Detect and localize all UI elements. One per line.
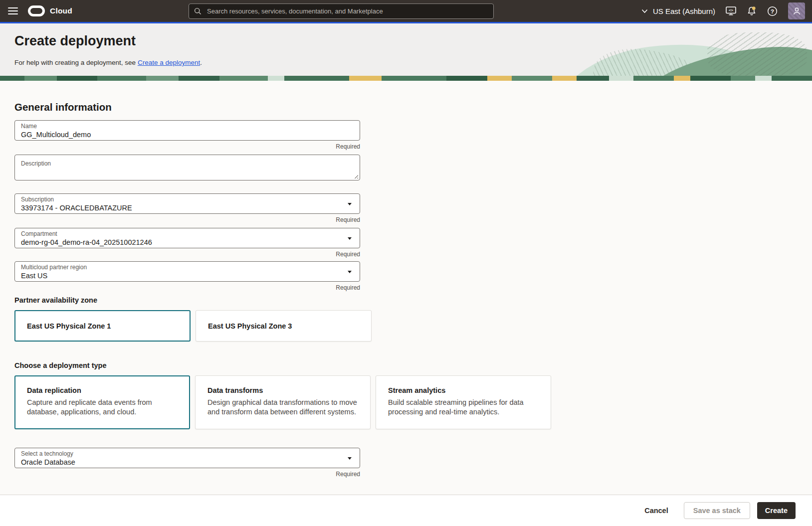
brand[interactable]: Cloud <box>28 5 72 16</box>
technology-label: Select a technology <box>21 450 354 458</box>
caret-down-icon <box>348 457 352 462</box>
user-avatar-icon <box>792 6 802 16</box>
brand-name: Cloud <box>50 6 72 15</box>
search-input[interactable] <box>206 7 488 15</box>
main-content: General information Name Required Descri… <box>0 81 812 495</box>
partner-region-label: Multicloud partner region <box>21 264 354 271</box>
page-title: Create deployment <box>14 33 136 49</box>
deployment-card-title: Data transforms <box>207 386 358 394</box>
help-text-prefix: For help with creating a deployment, see <box>14 59 138 66</box>
section-title-general-information: General information <box>14 81 812 113</box>
create-deployment-help-link[interactable]: Create a deployment <box>138 59 200 66</box>
user-menu-button[interactable] <box>788 2 805 19</box>
technology-required-hint: Required <box>14 471 360 478</box>
deployment-card-title: Stream analytics <box>388 386 539 394</box>
deployment-type-options: Data replication Capture and replicate d… <box>14 375 812 429</box>
compartment-value: demo-rg-04_demo-ra-04_202510021246 <box>21 238 354 247</box>
partner-region-required-hint: Required <box>14 284 360 291</box>
deployment-card-title: Data replication <box>27 386 178 394</box>
deployment-card-description: Capture and replicate data events from d… <box>27 398 177 417</box>
deployment-card-data-replication[interactable]: Data replication Capture and replicate d… <box>14 375 190 429</box>
svg-text:<>: <> <box>729 8 734 12</box>
search-icon <box>194 7 202 15</box>
svg-text:?: ? <box>771 8 774 14</box>
terminal-monitor-icon: <> <box>726 6 736 15</box>
zone-card-label: East US Physical Zone 1 <box>27 322 111 330</box>
decorative-banner-strip <box>0 76 812 81</box>
caret-down-icon <box>348 237 352 242</box>
notifications-button[interactable] <box>747 6 757 16</box>
compartment-select[interactable]: Compartment demo-rg-04_demo-ra-04_202510… <box>14 228 360 248</box>
caret-down-icon <box>348 203 352 207</box>
region-label: US East (Ashburn) <box>653 7 715 15</box>
help-text-suffix: . <box>200 59 202 66</box>
chevron-down-icon <box>641 9 648 13</box>
decorative-hatch-pattern-2 <box>707 32 807 76</box>
help-button[interactable]: ? <box>767 6 778 16</box>
deployment-card-stream-analytics[interactable]: Stream analytics Build scalable streamin… <box>376 375 551 429</box>
description-field[interactable]: Description <box>14 155 360 180</box>
cancel-button[interactable]: Cancel <box>642 503 670 519</box>
help-icon: ? <box>767 6 778 16</box>
region-picker[interactable]: US East (Ashburn) <box>641 7 715 15</box>
subscription-label: Subscription <box>21 196 354 203</box>
page-header: Create deployment For help with creating… <box>0 23 812 76</box>
deployment-card-data-transforms[interactable]: Data transforms Design graphical data tr… <box>195 375 371 429</box>
technology-select[interactable]: Select a technology Oracle Database <box>14 448 360 468</box>
compartment-label: Compartment <box>21 230 354 238</box>
zone-options: East US Physical Zone 1 East US Physical… <box>14 310 812 342</box>
save-as-stack-button[interactable]: Save as stack <box>684 502 750 519</box>
create-button[interactable]: Create <box>757 502 796 519</box>
zone-card-east-us-physical-zone-1[interactable]: East US Physical Zone 1 <box>14 310 191 342</box>
zone-card-east-us-physical-zone-3[interactable]: East US Physical Zone 3 <box>196 310 372 342</box>
global-search[interactable] <box>189 3 494 19</box>
compartment-required-hint: Required <box>14 251 360 258</box>
partner-region-value: East US <box>21 271 354 280</box>
cloud-shell-button[interactable]: <> <box>726 6 736 15</box>
help-text: For help with creating a deployment, see… <box>14 59 202 66</box>
action-footer: Cancel Save as stack Create <box>0 495 812 526</box>
name-field[interactable]: Name <box>14 120 360 141</box>
bell-icon <box>747 6 757 16</box>
zone-section-label: Partner availability zone <box>14 296 812 304</box>
oracle-logo-icon <box>28 5 45 16</box>
deployment-card-description: Design graphical data transformations to… <box>207 398 357 417</box>
deployment-card-description: Build scalable streaming pipelines for d… <box>388 398 538 417</box>
deployment-type-section-label: Choose a deployment type <box>14 361 812 369</box>
topbar: Cloud US East (Ashburn) <> <box>0 0 812 22</box>
description-field-label: Description <box>21 160 354 168</box>
textarea-resize-handle[interactable] <box>353 174 358 178</box>
caret-down-icon <box>348 271 352 275</box>
name-required-hint: Required <box>14 143 360 150</box>
subscription-value: 33973174 - ORACLEDBATAZURE <box>21 203 354 212</box>
partner-region-select[interactable]: Multicloud partner region East US <box>14 261 360 282</box>
subscription-select[interactable]: Subscription 33973174 - ORACLEDBATAZURE <box>14 193 360 214</box>
subscription-required-hint: Required <box>14 216 360 223</box>
technology-value: Oracle Database <box>21 458 354 467</box>
hamburger-menu-icon[interactable] <box>8 7 18 14</box>
name-input[interactable] <box>21 130 340 139</box>
name-field-label: Name <box>21 123 354 130</box>
zone-card-label: East US Physical Zone 3 <box>208 322 292 330</box>
